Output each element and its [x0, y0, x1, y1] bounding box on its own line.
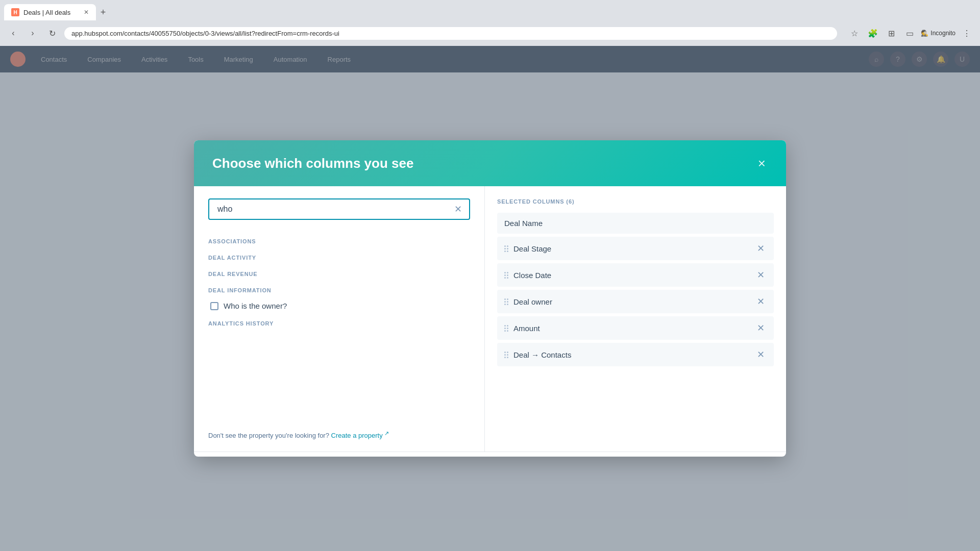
column-item-deal-contacts: Deal → Contacts ✕ — [497, 343, 774, 366]
column-name-amount: Amount — [513, 324, 750, 333]
search-input[interactable] — [208, 198, 470, 220]
column-item-deal-name: Deal Name — [497, 213, 774, 234]
column-item-close-date: Close Date ✕ — [497, 263, 774, 287]
create-property-link[interactable]: Create a property ↗ — [331, 432, 389, 439]
column-name-deal-name: Deal Name — [504, 219, 767, 228]
browser-menu-icon[interactable]: ⊞ — [884, 26, 898, 40]
bookmark-icon[interactable]: ☆ — [847, 26, 862, 40]
search-container: ✕ — [208, 198, 470, 220]
remove-close-date-button[interactable]: ✕ — [755, 269, 767, 281]
drag-handle-deal-stage[interactable] — [504, 245, 508, 252]
remove-deal-contacts-button[interactable]: ✕ — [755, 349, 767, 360]
back-button[interactable]: ‹ — [6, 26, 20, 40]
tab-title: Deals | All deals — [23, 9, 70, 16]
column-item-deal-owner: Deal owner ✕ — [497, 290, 774, 313]
browser-chrome: H Deals | All deals ✕ + ‹ › ↻ app.hubspo… — [0, 0, 980, 46]
url-text: app.hubspot.com/contacts/40055750/object… — [71, 30, 830, 37]
section-deal-revenue: DEAL REVENUE — [208, 271, 470, 277]
modal-title: Choose which columns you see — [212, 156, 413, 171]
search-clear-button[interactable]: ✕ — [452, 202, 464, 217]
right-panel: SELECTED COLUMNS (6) Deal Name — [485, 186, 786, 452]
section-deal-activity: DEAL ACTIVITY — [208, 255, 470, 261]
columns-modal: Choose which columns you see × ✕ ASSOCIA… — [194, 140, 786, 457]
incognito-label: Incognito — [930, 30, 955, 37]
tab-favicon: H — [11, 8, 19, 16]
drag-handle-amount[interactable] — [504, 325, 508, 332]
drag-handle-deal-owner[interactable] — [504, 298, 508, 305]
reload-button[interactable]: ↻ — [45, 26, 59, 40]
section-deal-information: DEAL INFORMATION — [208, 287, 470, 293]
section-analytics-history: ANALYTICS HISTORY — [208, 320, 470, 327]
column-name-close-date: Close Date — [513, 271, 750, 280]
active-tab[interactable]: H Deals | All deals ✕ — [4, 4, 96, 20]
column-name-deal-stage: Deal Stage — [513, 244, 750, 253]
checkbox-label-who-is-owner: Who is the owner? — [224, 302, 287, 310]
incognito-icon: 🕵 — [921, 30, 928, 37]
incognito-badge[interactable]: 🕵 Incognito — [921, 30, 955, 37]
tab-bar: H Deals | All deals ✕ + — [0, 0, 980, 20]
column-name-deal-contacts: Deal → Contacts — [513, 350, 750, 359]
modal-close-button[interactable]: × — [756, 155, 768, 172]
dont-see-property-text: Don't see the property you're looking fo… — [208, 420, 470, 439]
modal-body: ✕ ASSOCIATIONS DEAL ACTIVITY DEAL REVENU… — [194, 186, 786, 452]
modal-footer: Apply Cancel Remove All Columns — [194, 452, 786, 457]
column-item-deal-stage: Deal Stage ✕ — [497, 237, 774, 260]
modal-header: Choose which columns you see × — [194, 140, 786, 186]
drag-handle-close-date[interactable] — [504, 272, 508, 279]
extensions-icon[interactable]: 🧩 — [866, 26, 880, 40]
left-panel: ✕ ASSOCIATIONS DEAL ACTIVITY DEAL REVENU… — [194, 186, 485, 452]
remove-deal-owner-button[interactable]: ✕ — [755, 296, 767, 307]
checkbox-who-is-owner[interactable] — [210, 302, 218, 310]
sidebar-icon[interactable]: ▭ — [902, 26, 917, 40]
address-bar: ‹ › ↻ app.hubspot.com/contacts/40055750/… — [0, 20, 980, 46]
remove-deal-stage-button[interactable]: ✕ — [755, 243, 767, 254]
checkbox-item-who-is-owner[interactable]: Who is the owner? — [208, 297, 470, 314]
drag-handle-deal-contacts[interactable] — [504, 352, 508, 358]
new-tab-button[interactable]: + — [96, 5, 110, 19]
selected-columns-header: SELECTED COLUMNS (6) — [485, 198, 786, 205]
column-name-deal-owner: Deal owner — [513, 297, 750, 306]
remove-amount-button[interactable]: ✕ — [755, 322, 767, 334]
tab-close-button[interactable]: ✕ — [84, 9, 89, 16]
column-item-amount: Amount ✕ — [497, 316, 774, 340]
modal-overlay: Choose which columns you see × ✕ ASSOCIA… — [0, 46, 980, 551]
chrome-menu-icon[interactable]: ⋮ — [960, 26, 974, 40]
forward-button[interactable]: › — [26, 26, 40, 40]
app-background: Contacts Companies Activities Tools Mark… — [0, 46, 980, 551]
url-bar[interactable]: app.hubspot.com/contacts/40055750/object… — [64, 27, 837, 40]
columns-list: Deal Name Deal Stage ✕ — [485, 213, 786, 452]
section-associations: ASSOCIATIONS — [208, 238, 470, 244]
external-link-icon: ↗ — [384, 430, 389, 436]
address-actions: ☆ 🧩 ⊞ ▭ 🕵 Incognito ⋮ — [847, 26, 974, 40]
